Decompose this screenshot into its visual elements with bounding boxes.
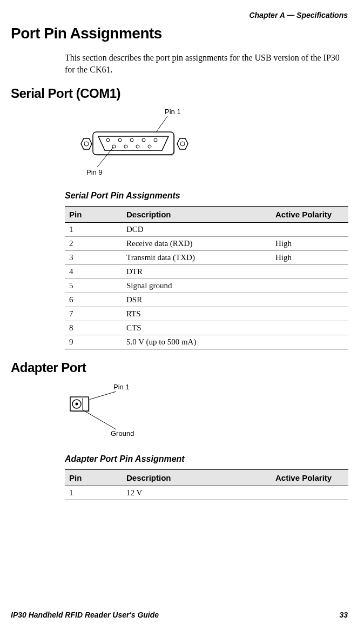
- table-row: 1DCD: [65, 223, 348, 237]
- heading-serial-port: Serial Port (COM1): [11, 86, 348, 101]
- cell-pin: 1: [65, 223, 122, 237]
- cell-pin: 6: [65, 293, 122, 307]
- cell-pin: 5: [65, 279, 122, 293]
- svg-point-16: [180, 142, 185, 146]
- heading-port-pin-assignments: Port Pin Assignments: [11, 25, 348, 42]
- cell-pol: [271, 223, 348, 237]
- table-row: 5Signal ground: [65, 279, 348, 293]
- svg-point-22: [76, 403, 78, 406]
- intro-paragraph: This section describes the port pin assi…: [65, 52, 348, 75]
- serial-port-diagram: Pin 1: [65, 108, 348, 180]
- table-row: 2Receive data (RXD)High: [65, 237, 348, 251]
- serial-table-title: Serial Port Pin Assignments: [65, 191, 348, 201]
- svg-marker-1: [81, 138, 92, 149]
- cell-desc: Signal ground: [122, 279, 271, 293]
- chapter-header: Chapter A — Specifications: [11, 11, 348, 19]
- cell-pol: High: [271, 237, 348, 251]
- col-polarity: Active Polarity: [271, 207, 348, 223]
- table-header-row: Pin Description Active Polarity: [65, 470, 348, 486]
- svg-point-2: [84, 142, 89, 146]
- cell-pin: 7: [65, 307, 122, 321]
- cell-desc: DCD: [122, 223, 271, 237]
- cell-desc: 5.0 V (up to 500 mA): [122, 335, 271, 349]
- cell-desc: Transmit data (TXD): [122, 251, 271, 265]
- page: Chapter A — Specifications Port Pin Assi…: [0, 0, 364, 630]
- serial-pin-table: Pin Description Active Polarity 1DCD 2Re…: [65, 206, 348, 349]
- cell-pin: 1: [65, 486, 122, 500]
- diagram-label-pin9: Pin 9: [86, 168, 103, 176]
- cell-pol: [271, 279, 348, 293]
- diagram-label-ground: Ground: [111, 429, 134, 437]
- col-pin: Pin: [65, 470, 122, 486]
- table-row: 7RTS: [65, 307, 348, 321]
- col-polarity: Active Polarity: [271, 470, 348, 486]
- svg-line-24: [83, 410, 116, 429]
- table-row: 112 V: [65, 486, 348, 500]
- cell-pol: [271, 293, 348, 307]
- footer-title: IP30 Handheld RFID Reader User's Guide: [11, 611, 159, 619]
- cell-pol: [271, 486, 348, 500]
- cell-pol: [271, 307, 348, 321]
- page-footer: IP30 Handheld RFID Reader User's Guide 3…: [11, 611, 348, 619]
- cell-pol: [271, 265, 348, 279]
- diagram-label-pin1: Pin 1: [165, 108, 181, 116]
- cell-pol: High: [271, 251, 348, 265]
- col-description: Description: [122, 207, 271, 223]
- adapter-table-title: Adapter Port Pin Assignment: [65, 454, 348, 464]
- cell-pol: [271, 321, 348, 335]
- table-row: 8CTS: [65, 321, 348, 335]
- col-description: Description: [122, 470, 271, 486]
- cell-pin: 9: [65, 335, 122, 349]
- table-row: 6DSR: [65, 293, 348, 307]
- cell-desc: Receive data (RXD): [122, 237, 271, 251]
- table-row: 4DTR: [65, 265, 348, 279]
- table-header-row: Pin Description Active Polarity: [65, 207, 348, 223]
- cell-pin: 8: [65, 321, 122, 335]
- adapter-pin-table: Pin Description Active Polarity 112 V: [65, 469, 348, 500]
- svg-marker-15: [177, 138, 188, 149]
- cell-pol: [271, 335, 348, 349]
- cell-desc: 12 V: [122, 486, 271, 500]
- table-row: 3Transmit data (TXD)High: [65, 251, 348, 265]
- page-number: 33: [339, 611, 348, 619]
- cell-desc: DSR: [122, 293, 271, 307]
- table-row: 95.0 V (up to 500 mA): [65, 335, 348, 349]
- cell-pin: 4: [65, 265, 122, 279]
- adapter-port-diagram: Pin 1 Ground: [65, 382, 348, 443]
- heading-adapter-port: Adapter Port: [11, 360, 348, 375]
- cell-desc: RTS: [122, 307, 271, 321]
- cell-pin: 2: [65, 237, 122, 251]
- col-pin: Pin: [65, 207, 122, 223]
- cell-desc: CTS: [122, 321, 271, 335]
- cell-pin: 3: [65, 251, 122, 265]
- cell-desc: DTR: [122, 265, 271, 279]
- diagram-label-pin1: Pin 1: [113, 383, 130, 391]
